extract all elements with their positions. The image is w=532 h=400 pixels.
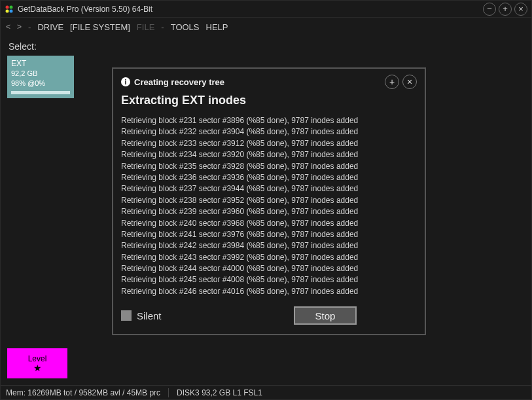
svg-point-0 xyxy=(6,5,9,9)
stop-button[interactable]: Stop xyxy=(294,306,357,325)
close-window-button[interactable]: × xyxy=(514,3,527,16)
log-line: Retrieving block #245 sector #4008 (%85 … xyxy=(121,274,417,285)
log-line: Retrieving block #243 sector #3992 (%85 … xyxy=(121,252,417,263)
drive-fs: EXT xyxy=(11,58,70,69)
app-window: GetDataBack Pro (Version 5.50) 64-Bit − … xyxy=(0,0,532,400)
menu-file: FILE xyxy=(137,22,154,32)
drive-progress-bar xyxy=(11,91,70,94)
log-output: Retrieving block #231 sector #3896 (%85 … xyxy=(121,115,417,297)
minimize-button[interactable]: − xyxy=(483,3,496,16)
dialog-close-button[interactable]: × xyxy=(402,75,417,89)
level-button[interactable]: Level ★ xyxy=(7,348,67,378)
log-line: Retrieving block #238 sector #3952 (%85 … xyxy=(121,195,417,206)
silent-label: Silent xyxy=(137,310,162,321)
drive-tile[interactable]: EXT 92,2 GB 98% @0% xyxy=(7,56,74,98)
level-label: Level xyxy=(28,354,47,363)
log-line: Retrieving block #241 sector #3976 (%85 … xyxy=(121,229,417,240)
dialog-add-button[interactable]: + xyxy=(385,75,399,89)
drive-progress: 98% @0% xyxy=(11,79,70,88)
dialog-heading: Extracting EXT inodes xyxy=(121,94,417,107)
status-mem: Mem: 16269MB tot / 9582MB avl / 45MB prc xyxy=(6,388,160,397)
titlebar: GetDataBack Pro (Version 5.50) 64-Bit − … xyxy=(1,1,531,18)
drive-size: 92,2 GB xyxy=(11,69,70,79)
log-line: Retrieving block #242 sector #3984 (%85 … xyxy=(121,240,417,251)
log-line: Retrieving block #244 sector #4000 (%85 … xyxy=(121,263,417,274)
menu-separator: - xyxy=(161,22,164,32)
log-line: Retrieving block #246 sector #4016 (%85 … xyxy=(121,286,417,297)
nav-forward-button[interactable]: > xyxy=(17,22,22,31)
log-line: Retrieving block #231 sector #3896 (%85 … xyxy=(121,115,417,126)
dialog-title: Creating recovery tree xyxy=(134,77,224,87)
status-separator xyxy=(168,388,169,397)
menu-drive[interactable]: DRIVE xyxy=(37,22,63,32)
app-logo-icon xyxy=(5,5,14,14)
log-line: Retrieving block #236 sector #3936 (%85 … xyxy=(121,172,417,183)
silent-checkbox[interactable] xyxy=(121,310,132,321)
svg-point-3 xyxy=(10,9,13,12)
log-line: Retrieving block #239 sector #3960 (%85 … xyxy=(121,206,417,217)
svg-point-1 xyxy=(10,5,13,9)
menubar: < > - DRIVE [FILE SYSTEM] FILE - TOOLS H… xyxy=(1,18,531,36)
log-line: Retrieving block #237 sector #3944 (%85 … xyxy=(121,183,417,194)
menu-tools[interactable]: TOOLS xyxy=(171,22,200,32)
info-icon: i xyxy=(121,77,130,86)
app-title: GetDataBack Pro (Version 5.50) 64-Bit xyxy=(18,5,152,14)
select-label: Select: xyxy=(7,40,525,56)
statusbar: Mem: 16269MB tot / 9582MB avl / 45MB prc… xyxy=(1,385,531,399)
log-line: Retrieving block #235 sector #3928 (%85 … xyxy=(121,161,417,172)
log-line: Retrieving block #240 sector #3968 (%85 … xyxy=(121,218,417,229)
menu-file-system[interactable]: [FILE SYSTEM] xyxy=(70,22,130,32)
dialog-footer: Silent Stop xyxy=(121,306,417,325)
svg-point-2 xyxy=(6,9,9,12)
log-line: Retrieving block #233 sector #3912 (%85 … xyxy=(121,138,417,149)
dialog-header: i Creating recovery tree + × xyxy=(121,74,417,90)
menu-separator: - xyxy=(28,22,31,32)
maximize-button[interactable]: + xyxy=(499,3,512,16)
menu-help[interactable]: HELP xyxy=(206,22,228,32)
log-line: Retrieving block #232 sector #3904 (%85 … xyxy=(121,126,417,137)
log-line: Retrieving block #234 sector #3920 (%85 … xyxy=(121,149,417,160)
nav-back-button[interactable]: < xyxy=(6,22,10,31)
star-icon: ★ xyxy=(33,363,42,373)
recovery-dialog: i Creating recovery tree + × Extracting … xyxy=(112,67,426,335)
status-disk: DISK3 93,2 GB L1 FSL1 xyxy=(177,388,262,397)
